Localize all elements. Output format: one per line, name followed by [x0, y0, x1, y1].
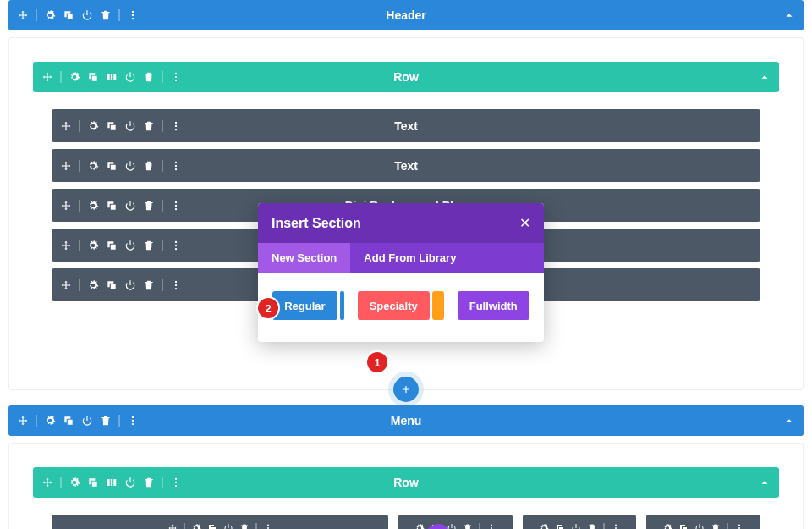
more-icon[interactable] — [486, 523, 497, 529]
divider — [162, 71, 163, 83]
section-bar-header[interactable]: Header — [8, 0, 804, 30]
duplicate-icon[interactable] — [106, 240, 118, 251]
more-icon[interactable] — [170, 71, 182, 83]
power-icon[interactable] — [124, 160, 136, 172]
row-bar[interactable]: Row — [33, 467, 779, 498]
move-icon[interactable] — [60, 120, 72, 132]
duplicate-icon[interactable] — [678, 523, 689, 529]
trash-icon[interactable] — [143, 200, 155, 212]
trash-icon[interactable] — [587, 523, 597, 529]
gear-icon[interactable] — [414, 523, 425, 529]
trash-icon[interactable] — [100, 415, 112, 427]
gear-icon[interactable] — [44, 9, 56, 21]
gear-icon[interactable] — [191, 523, 201, 529]
duplicate-icon[interactable] — [555, 523, 565, 529]
gear-icon[interactable] — [87, 240, 99, 251]
trash-icon[interactable] — [143, 279, 155, 291]
duplicate-icon[interactable] — [106, 279, 118, 291]
move-icon[interactable] — [60, 240, 72, 251]
move-icon[interactable] — [167, 523, 178, 529]
power-icon[interactable] — [124, 200, 136, 212]
power-icon[interactable] — [124, 240, 136, 251]
more-icon[interactable] — [611, 523, 621, 529]
close-icon[interactable]: ✕ — [519, 215, 530, 231]
duplicate-icon[interactable] — [106, 160, 118, 172]
more-icon[interactable] — [127, 415, 139, 427]
more-icon[interactable] — [170, 200, 182, 212]
add-section-button[interactable] — [393, 377, 419, 402]
move-icon[interactable] — [60, 160, 72, 172]
column-module-text-1[interactable]: Text — [398, 515, 513, 529]
gear-icon[interactable] — [662, 523, 672, 529]
more-icon[interactable] — [170, 120, 182, 132]
columns-icon[interactable] — [106, 477, 118, 488]
move-icon[interactable] — [60, 200, 72, 212]
row-body: Image Text Text Text — [33, 515, 779, 529]
power-icon[interactable] — [694, 523, 705, 529]
column-module-text-2[interactable]: Text — [523, 515, 637, 529]
trash-icon[interactable] — [143, 477, 155, 488]
more-icon[interactable] — [263, 523, 273, 529]
more-icon[interactable] — [170, 240, 182, 251]
specialty-button-group: Specialty — [358, 291, 444, 320]
gear-icon[interactable] — [69, 71, 80, 83]
column-module-image[interactable]: Image — [52, 515, 388, 529]
trash-icon[interactable] — [463, 523, 473, 529]
trash-icon[interactable] — [710, 523, 721, 529]
more-icon[interactable] — [170, 160, 182, 172]
gear-icon[interactable] — [87, 279, 99, 291]
gear-icon[interactable] — [539, 523, 549, 529]
power-icon[interactable] — [124, 120, 136, 132]
more-icon[interactable] — [734, 523, 744, 529]
collapse-icon[interactable] — [783, 9, 795, 21]
move-icon[interactable] — [17, 415, 29, 427]
tab-add-from-library[interactable]: Add From Library — [350, 243, 469, 273]
more-icon[interactable] — [170, 477, 182, 488]
more-icon[interactable] — [170, 279, 182, 291]
collapse-icon[interactable] — [759, 477, 771, 488]
trash-icon[interactable] — [143, 240, 155, 251]
regular-button[interactable]: Regular — [272, 291, 337, 320]
duplicate-icon[interactable] — [87, 477, 99, 488]
gear-icon[interactable] — [87, 160, 99, 172]
duplicate-icon[interactable] — [63, 9, 74, 21]
column-module-text-3[interactable]: Text — [646, 515, 760, 529]
power-icon[interactable] — [571, 523, 581, 529]
trash-icon[interactable] — [100, 9, 112, 21]
move-icon[interactable] — [17, 9, 29, 21]
duplicate-icon[interactable] — [106, 200, 118, 212]
duplicate-icon[interactable] — [63, 415, 74, 427]
trash-icon[interactable] — [143, 120, 155, 132]
trash-icon[interactable] — [143, 160, 155, 172]
collapse-icon[interactable] — [783, 415, 795, 427]
power-icon[interactable] — [124, 279, 136, 291]
power-icon[interactable] — [124, 477, 136, 488]
fullwidth-button[interactable]: Fullwidth — [458, 291, 529, 320]
section-toolbar — [8, 415, 147, 427]
gear-icon[interactable] — [87, 120, 99, 132]
gear-icon[interactable] — [87, 200, 99, 212]
section-bar-menu[interactable]: Menu — [8, 405, 804, 436]
specialty-button[interactable]: Specialty — [358, 291, 430, 320]
trash-icon[interactable] — [143, 71, 155, 83]
power-icon[interactable] — [81, 415, 93, 427]
move-icon[interactable] — [60, 279, 72, 291]
duplicate-icon[interactable] — [106, 120, 118, 132]
move-icon[interactable] — [41, 71, 53, 83]
power-icon[interactable] — [223, 523, 233, 529]
row-bar[interactable]: Row — [33, 62, 779, 92]
more-icon[interactable] — [127, 9, 139, 21]
module-text-1[interactable]: Text — [52, 109, 760, 142]
move-icon[interactable] — [41, 477, 53, 488]
duplicate-icon[interactable] — [207, 523, 217, 529]
duplicate-icon[interactable] — [87, 71, 99, 83]
collapse-icon[interactable] — [759, 71, 771, 83]
power-icon[interactable] — [124, 71, 136, 83]
gear-icon[interactable] — [44, 415, 56, 427]
module-text-2[interactable]: Text — [52, 149, 760, 182]
tab-new-section[interactable]: New Section — [258, 243, 350, 273]
gear-icon[interactable] — [69, 477, 80, 488]
power-icon[interactable] — [81, 9, 93, 21]
columns-icon[interactable] — [106, 71, 118, 83]
trash-icon[interactable] — [239, 523, 250, 529]
